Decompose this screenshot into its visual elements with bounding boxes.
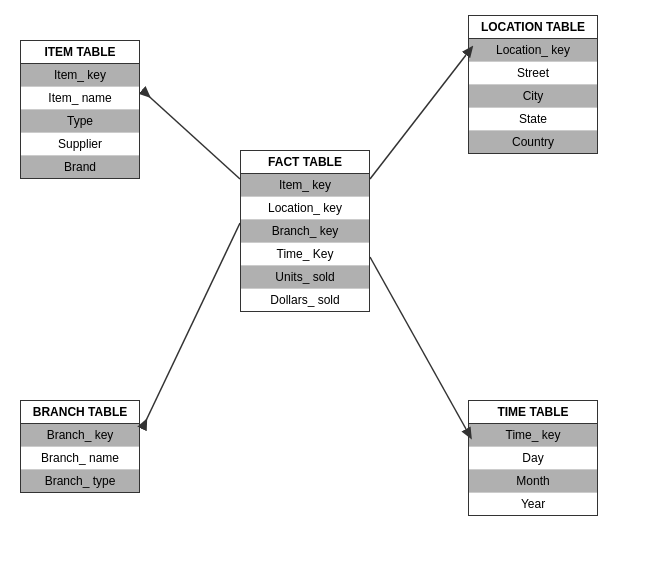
fact-row-3: Branch_ key <box>241 220 369 243</box>
branch-row-2: Branch_ name <box>21 447 139 470</box>
branch-table-title: BRANCH TABLE <box>21 401 139 424</box>
fact-table: FACT TABLE Item_ key Location_ key Branc… <box>240 150 370 312</box>
arrow-fact-to-location <box>370 55 466 179</box>
time-row-4: Year <box>469 493 597 515</box>
time-row-2: Day <box>469 447 597 470</box>
branch-row-1: Branch_ key <box>21 424 139 447</box>
location-row-4: State <box>469 108 597 131</box>
fact-row-4: Time_ Key <box>241 243 369 266</box>
location-row-5: Country <box>469 131 597 153</box>
location-row-2: Street <box>469 62 597 85</box>
fact-row-5: Units_ sold <box>241 266 369 289</box>
item-row-5: Brand <box>21 156 139 178</box>
fact-row-6: Dollars_ sold <box>241 289 369 311</box>
fact-row-1: Item_ key <box>241 174 369 197</box>
time-table-title: TIME TABLE <box>469 401 597 424</box>
item-table: ITEM TABLE Item_ key Item_ name Type Sup… <box>20 40 140 179</box>
item-row-2: Item_ name <box>21 87 139 110</box>
fact-row-2: Location_ key <box>241 197 369 220</box>
branch-row-3: Branch_ type <box>21 470 139 492</box>
arrow-fact-to-time <box>370 257 466 429</box>
arrow-fact-to-branch <box>142 223 240 429</box>
branch-table: BRANCH TABLE Branch_ key Branch_ name Br… <box>20 400 140 493</box>
item-row-4: Supplier <box>21 133 139 156</box>
item-row-1: Item_ key <box>21 64 139 87</box>
arrow-fact-to-item <box>142 90 240 179</box>
location-table-title: LOCATION TABLE <box>469 16 597 39</box>
time-table: TIME TABLE Time_ key Day Month Year <box>468 400 598 516</box>
time-row-1: Time_ key <box>469 424 597 447</box>
location-row-1: Location_ key <box>469 39 597 62</box>
location-table: LOCATION TABLE Location_ key Street City… <box>468 15 598 154</box>
location-row-3: City <box>469 85 597 108</box>
item-table-title: ITEM TABLE <box>21 41 139 64</box>
fact-table-title: FACT TABLE <box>241 151 369 174</box>
item-row-3: Type <box>21 110 139 133</box>
time-row-3: Month <box>469 470 597 493</box>
